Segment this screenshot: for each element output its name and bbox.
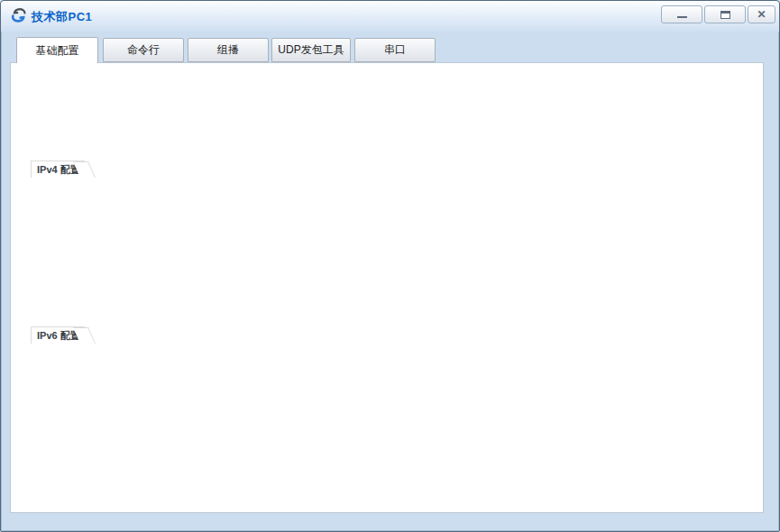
- tab-serial-port[interactable]: 串口: [354, 38, 436, 62]
- ipv6-group-label-text: IPv6 配置: [37, 330, 80, 341]
- ipv4-group-label: IPv4 配置: [31, 161, 85, 178]
- maximize-icon: [720, 11, 730, 19]
- tab-label: 组播: [217, 42, 239, 58]
- tab-command-line[interactable]: 命令行: [103, 38, 184, 62]
- tab-multicast[interactable]: 组播: [188, 38, 269, 62]
- tab-basic-config[interactable]: 基础配置: [16, 37, 98, 63]
- maximize-button[interactable]: [704, 5, 746, 23]
- minimize-button[interactable]: [661, 5, 702, 23]
- basic-config-panel: [10, 62, 764, 513]
- window-title: 技术部PC1: [32, 9, 92, 25]
- ipv4-group-label-text: IPv4 配置: [37, 164, 80, 175]
- ipv6-group-label: IPv6 配置: [31, 326, 85, 344]
- ensp-app-icon: [10, 7, 28, 23]
- close-icon: ✕: [757, 9, 766, 20]
- tab-label: 命令行: [127, 42, 160, 58]
- tab-udp-tool[interactable]: UDP发包工具: [271, 38, 351, 62]
- pc-config-window: 技术部PC1 ✕ 基础配置 命令行 组播 UDP发包工具 串口 主机名: 技术部…: [0, 0, 780, 532]
- tab-label: 基础配置: [36, 43, 79, 59]
- minimize-icon: [677, 16, 687, 18]
- tab-label: UDP发包工具: [278, 42, 344, 58]
- title-bar[interactable]: 技术部PC1 ✕: [1, 1, 779, 32]
- close-button[interactable]: ✕: [748, 5, 775, 23]
- tab-label: 串口: [384, 42, 406, 58]
